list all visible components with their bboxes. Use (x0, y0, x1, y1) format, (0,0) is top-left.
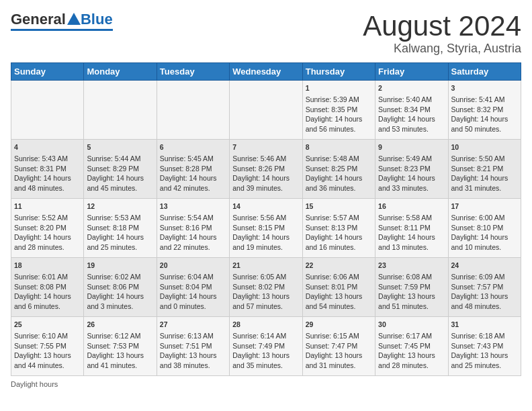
daylight-text: Daylight: 13 hours and 57 minutes. (232, 292, 290, 310)
subtitle: Kalwang, Styria, Austria (363, 42, 521, 56)
day-number: 17 (451, 201, 518, 212)
calendar-cell: 24Sunrise: 6:09 AMSunset: 7:57 PMDayligh… (448, 258, 521, 317)
day-number: 31 (451, 320, 518, 330)
calendar-cell: 15Sunrise: 5:57 AMSunset: 8:13 PMDayligh… (302, 199, 375, 258)
calendar-cell: 30Sunrise: 6:17 AMSunset: 7:45 PMDayligh… (375, 317, 448, 376)
sunset-text: Sunset: 7:51 PM (160, 342, 212, 350)
sunrise-text: Sunrise: 5:56 AM (232, 214, 286, 222)
calendar-cell: 28Sunrise: 6:14 AMSunset: 7:49 PMDayligh… (230, 317, 302, 376)
sunset-text: Sunset: 8:20 PM (14, 224, 66, 232)
sunrise-text: Sunrise: 5:46 AM (232, 154, 286, 163)
sunrise-text: Sunrise: 6:14 AM (232, 332, 286, 340)
daylight-text: Daylight: 14 hours and 10 minutes. (451, 233, 508, 251)
calendar-cell: 6Sunrise: 5:45 AMSunset: 8:28 PMDaylight… (157, 140, 229, 199)
daylight-text: Daylight: 14 hours and 13 minutes. (378, 233, 435, 251)
sunrise-text: Sunrise: 5:45 AM (160, 154, 214, 163)
main-title: August 2024 (363, 11, 521, 42)
calendar-cell: 21Sunrise: 6:05 AMSunset: 8:02 PMDayligh… (230, 258, 302, 317)
calendar-cell: 22Sunrise: 6:06 AMSunset: 8:01 PMDayligh… (302, 258, 375, 317)
calendar-cell: 18Sunrise: 6:01 AMSunset: 8:08 PMDayligh… (11, 258, 84, 317)
day-number: 14 (232, 201, 299, 212)
logo-triangle-icon (67, 13, 81, 25)
day-number: 15 (306, 201, 372, 212)
daylight-text: Daylight: 14 hours and 16 minutes. (306, 233, 363, 251)
sunrise-text: Sunrise: 5:54 AM (160, 214, 214, 222)
day-number: 26 (87, 320, 153, 330)
sunset-text: Sunset: 8:01 PM (306, 283, 358, 291)
logo: General Blue (11, 11, 113, 31)
sunset-text: Sunset: 8:34 PM (378, 105, 431, 113)
header-day-sunday: Sunday (11, 63, 84, 81)
sunset-text: Sunset: 8:35 PM (306, 105, 358, 113)
calendar-cell: 14Sunrise: 5:56 AMSunset: 8:15 PMDayligh… (230, 199, 302, 258)
daylight-text: Daylight: 13 hours and 51 minutes. (378, 292, 435, 310)
daylight-text: Daylight: 14 hours and 53 minutes. (378, 115, 435, 133)
day-number: 19 (87, 261, 153, 271)
sunset-text: Sunset: 8:10 PM (451, 224, 504, 232)
calendar-cell: 7Sunrise: 5:46 AMSunset: 8:26 PMDaylight… (230, 140, 302, 199)
calendar-cell: 31Sunrise: 6:18 AMSunset: 7:43 PMDayligh… (448, 317, 521, 376)
sunset-text: Sunset: 8:15 PM (232, 224, 285, 232)
calendar-cell: 17Sunrise: 6:00 AMSunset: 8:10 PMDayligh… (448, 199, 521, 258)
day-number: 3 (451, 83, 518, 93)
day-number: 18 (14, 261, 81, 271)
calendar-cell: 29Sunrise: 6:15 AMSunset: 7:47 PMDayligh… (302, 317, 375, 376)
calendar-cell: 23Sunrise: 6:08 AMSunset: 7:59 PMDayligh… (375, 258, 448, 317)
day-number: 11 (14, 201, 81, 212)
sunrise-text: Sunrise: 5:53 AM (87, 214, 140, 222)
sunset-text: Sunset: 8:21 PM (451, 165, 504, 173)
sunrise-text: Sunrise: 6:12 AM (87, 332, 140, 340)
day-number: 10 (451, 142, 518, 152)
day-number: 2 (378, 83, 445, 93)
sunrise-text: Sunrise: 5:50 AM (451, 154, 505, 163)
footer: Daylight hours (11, 380, 521, 388)
sunrise-text: Sunrise: 6:02 AM (87, 273, 140, 281)
calendar-cell: 16Sunrise: 5:58 AMSunset: 8:11 PMDayligh… (375, 199, 448, 258)
day-number: 13 (160, 201, 226, 212)
daylight-text: Daylight: 13 hours and 28 minutes. (378, 351, 435, 369)
sunset-text: Sunset: 8:18 PM (87, 224, 139, 232)
day-number: 9 (378, 142, 445, 152)
day-number: 30 (378, 320, 445, 330)
day-number: 25 (14, 320, 81, 330)
logo-general: General (11, 11, 66, 28)
daylight-text: Daylight: 14 hours and 0 minutes. (160, 292, 217, 310)
day-number: 29 (306, 320, 372, 330)
daylight-text: Daylight: 14 hours and 50 minutes. (451, 115, 508, 133)
sunset-text: Sunset: 7:59 PM (378, 283, 431, 291)
sunset-text: Sunset: 8:26 PM (232, 165, 285, 173)
daylight-text: Daylight: 14 hours and 45 minutes. (87, 174, 144, 192)
sunrise-text: Sunrise: 5:49 AM (378, 154, 432, 163)
calendar-table: SundayMondayTuesdayWednesdayThursdayFrid… (11, 62, 521, 376)
sunset-text: Sunset: 7:57 PM (451, 283, 504, 291)
week-row-2: 4Sunrise: 5:43 AMSunset: 8:31 PMDaylight… (11, 140, 521, 199)
sunrise-text: Sunrise: 6:09 AM (451, 273, 505, 281)
sunrise-text: Sunrise: 5:41 AM (451, 95, 505, 103)
daylight-text: Daylight: 14 hours and 19 minutes. (232, 233, 290, 251)
daylight-text: Daylight: 14 hours and 3 minutes. (87, 292, 144, 310)
calendar-cell: 12Sunrise: 5:53 AMSunset: 8:18 PMDayligh… (84, 199, 157, 258)
sunset-text: Sunset: 8:04 PM (160, 283, 212, 291)
daylight-text: Daylight: 13 hours and 48 minutes. (451, 292, 508, 310)
day-number: 22 (306, 261, 372, 271)
day-number: 8 (306, 142, 372, 152)
calendar-cell: 10Sunrise: 5:50 AMSunset: 8:21 PMDayligh… (448, 140, 521, 199)
sunset-text: Sunset: 8:08 PM (14, 283, 66, 291)
sunset-text: Sunset: 7:43 PM (451, 342, 504, 350)
sunrise-text: Sunrise: 5:52 AM (14, 214, 68, 222)
header-day-friday: Friday (375, 63, 448, 81)
daylight-text: Daylight: 13 hours and 44 minutes. (14, 351, 71, 369)
calendar-cell: 8Sunrise: 5:48 AMSunset: 8:25 PMDaylight… (302, 140, 375, 199)
day-number: 21 (232, 261, 299, 271)
day-number: 4 (14, 142, 81, 152)
day-number: 20 (160, 261, 226, 271)
daylight-text: Daylight: 13 hours and 54 minutes. (306, 292, 363, 310)
footer-text: Daylight hours (11, 380, 58, 388)
day-number: 23 (378, 261, 445, 271)
sunset-text: Sunset: 8:16 PM (160, 224, 212, 232)
sunset-text: Sunset: 8:02 PM (232, 283, 285, 291)
day-number: 16 (378, 201, 445, 212)
daylight-text: Daylight: 13 hours and 35 minutes. (232, 351, 290, 369)
calendar-cell: 4Sunrise: 5:43 AMSunset: 8:31 PMDaylight… (11, 140, 84, 199)
daylight-text: Daylight: 13 hours and 25 minutes. (451, 351, 508, 369)
